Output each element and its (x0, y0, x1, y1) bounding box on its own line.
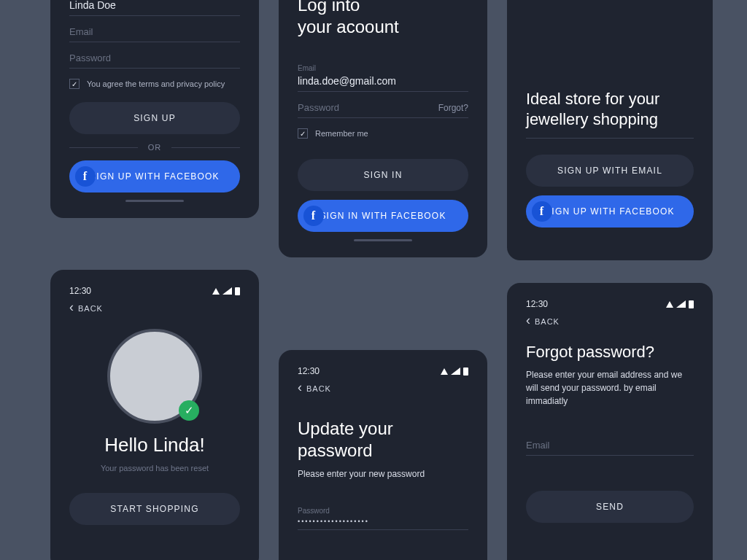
signal-icon (451, 368, 460, 375)
login-card: Log into your acoount Email linda.doe@gm… (279, 0, 487, 257)
home-indicator (125, 200, 184, 202)
signup-card: Name Linda Doe Email Password ✓ You agre… (50, 0, 259, 218)
wifi-icon (212, 288, 220, 295)
name-field[interactable]: Name Linda Doe (69, 0, 240, 16)
status-time: 12:30 (298, 366, 320, 376)
battery-icon (689, 300, 694, 308)
hello-card: 12:30 BACK ✓ Hello Linda! Your password … (50, 270, 259, 560)
signup-button[interactable]: SIGN UP (69, 102, 240, 134)
back-button[interactable]: BACK (526, 316, 694, 326)
wifi-icon (441, 368, 448, 375)
remember-text: Remember me (315, 129, 368, 138)
forgot-link[interactable]: Forgot? (438, 103, 468, 113)
signal-icon (676, 300, 686, 308)
update-instruction: Please enter your new password (298, 467, 468, 481)
login-title: Log into your acoount (298, 0, 468, 38)
signup-facebook-button[interactable]: f SIGN UP WITH FACEBOOK (69, 160, 240, 192)
password-mask: ••••••••••••••••••• (298, 518, 468, 530)
battery-icon (235, 287, 240, 295)
back-button[interactable]: BACK (298, 384, 468, 393)
facebook-icon: f (75, 166, 96, 187)
home-indicator (354, 239, 412, 241)
forgot-body: Please enter your email address and we w… (526, 368, 694, 408)
status-bar: 12:30 (298, 366, 468, 376)
divider-line (526, 138, 694, 139)
login-email-label: Email (298, 64, 468, 72)
facebook-icon: f (303, 206, 324, 226)
start-shopping-button[interactable]: START SHOPPING (69, 493, 240, 525)
check-icon: ✓ (179, 400, 199, 421)
email-placeholder: Email (69, 26, 240, 42)
terms-row[interactable]: ✓ You agree the terms and privacy policy (69, 79, 240, 89)
signal-icon (222, 287, 232, 295)
chevron-left-icon (526, 316, 531, 326)
chevron-left-icon (298, 384, 303, 393)
name-value: Linda Doe (69, 0, 240, 16)
facebook-icon: f (532, 201, 552, 222)
login-password-placeholder: Password (298, 102, 339, 113)
terms-text: You agree the terms and privacy policy (87, 79, 225, 88)
signin-button[interactable]: SIGN IN (298, 159, 468, 191)
signup-email-button[interactable]: SIGN UP WITH EMAIL (526, 155, 694, 187)
login-password-field[interactable]: Password Forgot? (298, 102, 468, 118)
chevron-left-icon (69, 303, 74, 313)
or-divider: OR (69, 143, 240, 152)
terms-checkbox[interactable]: ✓ (69, 79, 80, 89)
password-field[interactable]: Password (69, 52, 240, 69)
battery-icon (463, 368, 468, 376)
splash-card: Ideal store for your jewellery shopping … (507, 0, 713, 260)
wifi-icon (666, 301, 673, 308)
forgot-title: Forgot password? (526, 342, 694, 362)
forgot-email-field[interactable]: Email (526, 440, 694, 456)
new-password-field[interactable]: Password ••••••••••••••••••• (298, 507, 468, 530)
splash-facebook-button[interactable]: f SIGN UP WITH FACEBOOK (526, 195, 694, 228)
email-field[interactable]: Email (69, 26, 240, 42)
remember-checkbox[interactable]: ✓ (298, 128, 308, 139)
splash-title: Ideal store for your jewellery shopping (526, 89, 694, 129)
status-time: 12:30 (526, 299, 548, 309)
login-email-field[interactable]: Email linda.doe@gmail.com (298, 64, 468, 92)
status-bar: 12:30 (526, 299, 694, 309)
greeting-text: Hello Linda! (69, 434, 240, 456)
status-time: 12:30 (69, 286, 91, 296)
send-button[interactable]: SEND (526, 491, 694, 523)
remember-row[interactable]: ✓ Remember me (298, 128, 468, 139)
password-placeholder: Password (69, 52, 240, 69)
status-bar: 12:30 (69, 286, 240, 296)
back-button[interactable]: BACK (69, 303, 240, 313)
signin-facebook-button[interactable]: f SIGN IN WITH FACEBOOK (298, 200, 468, 232)
avatar: ✓ (107, 329, 202, 424)
update-password-card: 12:30 BACK Update your password Please e… (279, 350, 487, 560)
login-email-value: linda.doe@gmail.com (298, 75, 468, 92)
greeting-sub: Your password has been reset (69, 464, 240, 472)
password-label: Password (298, 507, 468, 515)
forgot-card: 12:30 BACK Forgot password? Please enter… (507, 283, 713, 560)
forgot-email-placeholder: Email (526, 440, 694, 456)
update-title: Update your password (298, 418, 468, 462)
